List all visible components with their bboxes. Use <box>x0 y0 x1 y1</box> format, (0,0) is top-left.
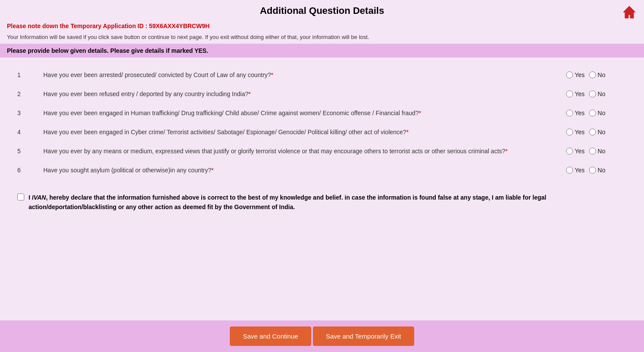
yes-label-3: Yes <box>575 110 585 116</box>
radio-yes-input-1[interactable] <box>566 71 573 78</box>
radio-no-2[interactable]: No <box>589 90 605 97</box>
info-text: Your Information will be saved if you cl… <box>0 32 644 44</box>
radio-yes-6[interactable]: Yes <box>566 167 585 174</box>
question-num-4: 4 <box>17 129 43 136</box>
radio-group-2: Yes No <box>566 90 627 97</box>
question-row: 2 Have you ever been refused entry / dep… <box>17 84 627 103</box>
question-row: 6 Have you sought asylum (political or o… <box>17 161 627 180</box>
question-num-3: 3 <box>17 110 43 116</box>
page-title: Additional Question Details <box>0 5 644 16</box>
question-text-6: Have you sought asylum (political or oth… <box>43 167 566 174</box>
question-row: 3 Have you ever been engaged in Human tr… <box>17 103 627 123</box>
radio-yes-4[interactable]: Yes <box>566 129 585 136</box>
yes-label-1: Yes <box>575 71 585 78</box>
declaration-text: I IVAN, hereby declare that the informat… <box>29 193 627 212</box>
radio-no-input-5[interactable] <box>589 148 596 155</box>
declaration-area: I IVAN, hereby declare that the informat… <box>0 184 644 216</box>
radio-yes-input-3[interactable] <box>566 110 573 116</box>
radio-no-input-4[interactable] <box>589 129 596 136</box>
radio-no-input-6[interactable] <box>589 167 596 174</box>
radio-yes-3[interactable]: Yes <box>566 110 585 116</box>
no-label-6: No <box>598 167 605 174</box>
save-exit-button[interactable]: Save and Temporarily Exit <box>313 326 414 346</box>
declaration-checkbox[interactable] <box>17 194 24 200</box>
no-label-1: No <box>598 71 605 78</box>
no-label-4: No <box>598 129 605 136</box>
question-text-3: Have you ever been engaged in Human traf… <box>43 110 566 116</box>
question-num-6: 6 <box>17 167 43 174</box>
radio-group-1: Yes No <box>566 71 627 78</box>
radio-no-4[interactable]: No <box>589 129 605 136</box>
svg-marker-0 <box>623 6 635 18</box>
radio-yes-input-5[interactable] <box>566 148 573 155</box>
radio-yes-5[interactable]: Yes <box>566 148 585 155</box>
question-num-1: 1 <box>17 71 43 78</box>
no-label-2: No <box>598 90 605 97</box>
question-num-2: 2 <box>17 90 43 97</box>
question-text-5: Have you ever by any means or medium, ex… <box>43 148 566 155</box>
temp-id-value: 59X6AXX4YBRCW9H <box>149 23 209 29</box>
radio-no-1[interactable]: No <box>589 71 605 78</box>
radio-no-5[interactable]: No <box>589 148 605 155</box>
radio-yes-input-2[interactable] <box>566 90 573 97</box>
no-label-3: No <box>598 110 605 116</box>
header-bar: Additional Question Details <box>0 0 644 20</box>
notice-bar: Please provide below given details. Plea… <box>0 44 644 58</box>
yes-label-2: Yes <box>575 90 585 97</box>
radio-no-input-1[interactable] <box>589 71 596 78</box>
radio-group-5: Yes No <box>566 148 627 155</box>
radio-group-4: Yes No <box>566 129 627 136</box>
yes-label-6: Yes <box>575 167 585 174</box>
question-row: 4 Have you ever been engaged in Cyber cr… <box>17 123 627 142</box>
question-row: 1 Have you ever been arrested/ prosecute… <box>17 65 627 84</box>
no-label-5: No <box>598 148 605 155</box>
radio-group-6: Yes No <box>566 167 627 174</box>
question-text-1: Have you ever been arrested/ prosecuted/… <box>43 71 566 78</box>
radio-group-3: Yes No <box>566 110 627 116</box>
radio-yes-1[interactable]: Yes <box>566 71 585 78</box>
yes-label-5: Yes <box>575 148 585 155</box>
question-row: 5 Have you ever by any means or medium, … <box>17 142 627 161</box>
home-icon[interactable] <box>621 4 637 20</box>
radio-no-input-3[interactable] <box>589 110 596 116</box>
question-text-4: Have you ever been engaged in Cyber crim… <box>43 129 566 136</box>
footer-buttons: Save and Continue Save and Temporarily E… <box>0 320 644 352</box>
radio-yes-input-6[interactable] <box>566 167 573 174</box>
save-continue-button[interactable]: Save and Continue <box>230 326 311 346</box>
radio-no-6[interactable]: No <box>589 167 605 174</box>
yes-label-4: Yes <box>575 129 585 136</box>
radio-yes-input-4[interactable] <box>566 129 573 136</box>
questions-area: 1 Have you ever been arrested/ prosecute… <box>0 61 644 184</box>
temp-id-bar: Please note down the Temporary Applicati… <box>0 20 644 32</box>
radio-yes-2[interactable]: Yes <box>566 90 585 97</box>
temp-id-label: Please note down the Temporary Applicati… <box>7 23 147 29</box>
question-num-5: 5 <box>17 148 43 155</box>
question-text-2: Have you ever been refused entry / depor… <box>43 90 566 97</box>
radio-no-input-2[interactable] <box>589 90 596 97</box>
radio-no-3[interactable]: No <box>589 110 605 116</box>
